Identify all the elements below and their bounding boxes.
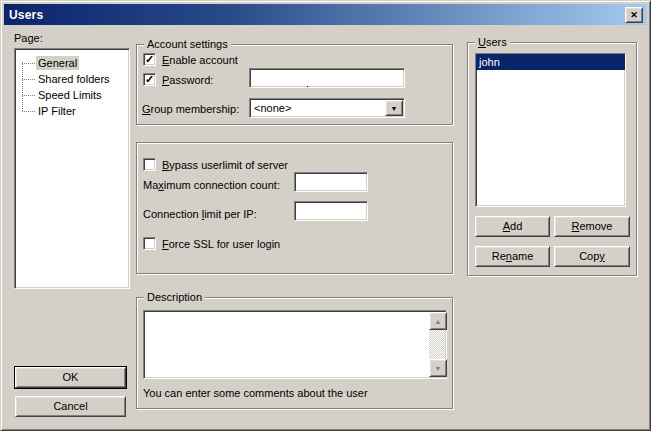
checkmark-icon: ✓	[145, 54, 154, 65]
user-list-item[interactable]: john	[476, 54, 625, 70]
cancel-button-label: Cancel	[53, 401, 87, 412]
tree-item-label: Speed Limits	[36, 88, 104, 102]
enable-account-label: Enable account	[162, 54, 238, 67]
force-ssl-label: Force SSL for user login	[162, 238, 280, 251]
chevron-down-icon: ▼	[391, 105, 398, 112]
description-hint: You can enter some comments about the us…	[143, 387, 368, 400]
tree-connector	[22, 54, 35, 64]
password-input[interactable]: ●●●●●●	[249, 68, 405, 88]
connection-limit-per-ip-label: Connection limit per IP:	[143, 208, 257, 221]
description-scrollbar[interactable]: ▲ ▼	[429, 312, 445, 377]
window-title: Users	[4, 8, 43, 22]
account-settings-group-title: Account settings	[144, 38, 231, 51]
max-connection-count-value: 0	[310, 190, 316, 192]
bypass-userlimit-label: Bypass userlimit of server	[162, 159, 288, 172]
rename-user-button-label: Rename	[492, 251, 534, 262]
group-membership-value: <none>	[254, 102, 291, 115]
users-listbox[interactable]: john	[475, 53, 626, 207]
connection-limit-per-ip-value: 0	[310, 219, 316, 221]
close-button[interactable]: ✕	[625, 7, 643, 23]
tree-connector	[22, 86, 35, 96]
add-user-button[interactable]: Add	[475, 216, 550, 237]
group-membership-select[interactable]: <none> ▼	[249, 98, 405, 118]
max-connection-count-input[interactable]: 0	[294, 172, 368, 192]
tree-item-speed-limits[interactable]: Speed Limits	[15, 87, 104, 103]
tree-item-label: Shared folders	[36, 72, 112, 86]
copy-user-button-label: Copy	[579, 251, 605, 262]
ok-button[interactable]: OK	[15, 367, 126, 388]
add-user-button-label: Add	[503, 221, 523, 232]
description-textarea[interactable]: ▲ ▼	[143, 310, 447, 379]
copy-user-button[interactable]: Copy	[554, 246, 630, 267]
password-label: Password:	[162, 74, 213, 87]
text-caret	[307, 86, 308, 88]
scroll-down-icon: ▼	[435, 365, 442, 372]
scroll-up-icon: ▲	[435, 318, 442, 325]
connection-limit-per-ip-input[interactable]: 0	[294, 201, 368, 221]
max-connection-count-label: Maximum connection count:	[143, 179, 280, 192]
password-checkbox[interactable]: ✓	[143, 73, 156, 86]
ok-button-label: OK	[63, 372, 79, 383]
close-icon: ✕	[630, 11, 638, 20]
users-group-title: Users	[475, 36, 510, 49]
tree-connector	[22, 102, 35, 112]
checkmark-icon: ✓	[145, 74, 154, 85]
bypass-userlimit-checkbox[interactable]: ✓	[143, 158, 156, 171]
description-group-title: Description	[144, 291, 205, 304]
scroll-up-button[interactable]: ▲	[429, 312, 447, 330]
force-ssl-checkbox[interactable]: ✓	[143, 237, 156, 250]
scroll-down-button[interactable]: ▼	[429, 359, 447, 377]
tree-connector	[22, 70, 35, 80]
tree-item-ip-filter[interactable]: IP Filter	[15, 103, 78, 119]
remove-user-button-label: Remove	[572, 221, 613, 232]
cancel-button[interactable]: Cancel	[15, 396, 126, 417]
users-dialog: Users ✕ Page: General Shared folders Spe…	[0, 0, 651, 431]
tree-item-shared-folders[interactable]: Shared folders	[15, 71, 112, 87]
dropdown-button[interactable]: ▼	[385, 100, 403, 116]
title-bar[interactable]: Users ✕	[4, 4, 647, 25]
tree-item-label: General	[36, 56, 79, 70]
password-masked-value: ●●●●●●	[267, 87, 306, 88]
group-membership-label: Group membership:	[142, 103, 239, 116]
tree-item-label: IP Filter	[36, 104, 78, 118]
page-panel-label: Page:	[14, 32, 43, 45]
page-tree[interactable]: General Shared folders Speed Limits IP F…	[14, 48, 130, 289]
rename-user-button[interactable]: Rename	[475, 246, 550, 267]
tree-item-general[interactable]: General	[15, 55, 79, 71]
remove-user-button[interactable]: Remove	[554, 216, 630, 237]
enable-account-checkbox[interactable]: ✓	[143, 53, 156, 66]
